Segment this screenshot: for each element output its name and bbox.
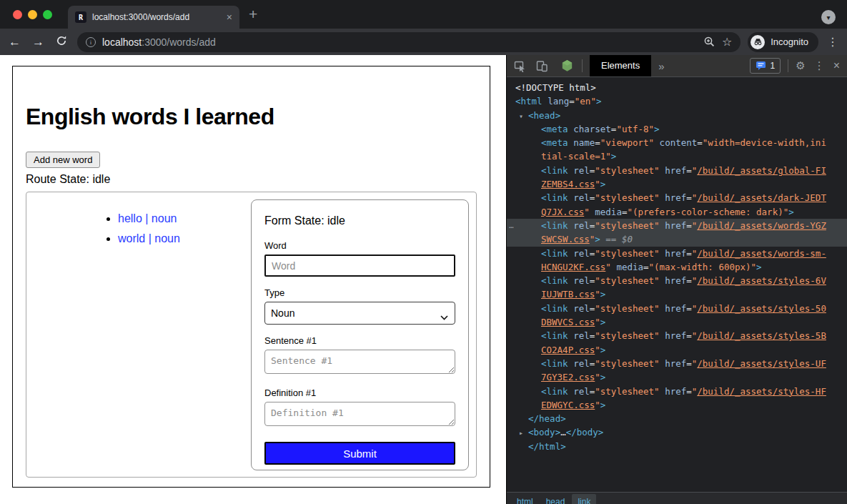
url-path: :3000/words/add [142,36,216,48]
code-token [660,192,665,203]
collapse-arrow-icon[interactable]: ▾ [519,109,523,123]
code-line[interactable]: <link rel="stylesheet" href="/build/_ass… [507,357,847,370]
new-tab-button[interactable]: + [249,6,257,23]
tab-close-icon[interactable]: × [227,12,232,22]
code-line[interactable]: IUJWTB.css"> [507,287,847,301]
browser-topbar: R localhost:3000/words/add × + ▾ [0,0,847,29]
type-select[interactable]: Noun [264,302,455,325]
code-line[interactable]: tial-scale=1"> [507,149,847,163]
breadcrumb-link[interactable]: link [572,494,596,504]
word-link[interactable]: hello | noun [118,212,177,224]
code-token: href [665,330,686,341]
code-line[interactable]: </html> [507,440,847,453]
code-token: name [573,137,595,148]
breadcrumb-html[interactable]: html [511,494,539,504]
devtools-close-icon[interactable]: × [833,59,840,72]
forward-button[interactable]: → [32,36,44,48]
code-token: "width=device-width,ini [703,137,826,148]
definition-label: Definition #1 [264,387,455,398]
reload-button[interactable] [56,35,67,49]
code-token: media [595,207,622,217]
sentence-textarea[interactable] [264,350,455,374]
code-line[interactable]: HCNGU2KF.css" media="(max-width: 600px)"… [507,260,847,274]
word-link[interactable]: world | noun [118,232,180,244]
back-button[interactable]: ← [9,36,21,48]
breadcrumb-head[interactable]: head [540,494,571,504]
code-line[interactable]: 7GY3E2.css"> [507,370,847,384]
code-token: rel [573,165,590,176]
code-line[interactable]: EDWGYC.css"> [507,398,847,412]
main-area: English words I learned Add new word Rou… [0,55,847,504]
page-info-icon[interactable]: i [86,37,96,47]
code-token: = [686,275,692,286]
code-token: href [665,165,686,176]
expand-arrow-icon[interactable]: ▸ [519,426,523,440]
address-bar[interactable]: i localhost:3000/words/add ☆ [77,32,740,52]
extension-icon[interactable] [561,59,573,72]
incognito-badge: Incognito [748,32,818,52]
code-line[interactable]: <!DOCTYPE html> [507,81,847,94]
code-token: href [665,303,686,314]
code-line[interactable]: <link rel="stylesheet" href="/build/_ass… [507,191,847,204]
reload-icon [56,35,67,46]
code-line[interactable]: DBWVCS.css"> [507,315,847,329]
settings-gear-icon[interactable]: ⚙ [796,59,805,72]
code-token: "stylesheet" [595,275,659,286]
devtools-menu-kebab-icon[interactable]: ⋮ [814,59,825,72]
code-token: > [600,400,606,410]
code-token: 7GY3E2.css [541,372,595,382]
device-toolbar-button[interactable] [536,60,548,72]
code-line[interactable]: …<link rel="stylesheet" href="/build/_as… [507,219,847,232]
code-line[interactable]: ▾<head> [507,109,847,122]
browser-tab[interactable]: R localhost:3000/words/add × [68,6,239,29]
tab-title: localhost:3000/words/add [92,12,221,22]
code-line[interactable]: Q7JX.css" media="(prefers-color-scheme: … [507,205,847,219]
window-close-button[interactable] [13,10,22,19]
word-input[interactable] [264,255,455,277]
code-token: "stylesheet" [595,192,659,203]
code-line[interactable]: </head> [507,412,847,425]
code-line[interactable]: <meta name="viewport" content="width=dev… [507,136,847,149]
code-line[interactable]: <meta charset="utf-8"> [507,122,847,136]
sentence-label: Sentence #1 [264,335,455,346]
window-minimize-button[interactable] [28,10,37,19]
browser-window: { "browser": { "tab_title": "localhost:3… [0,0,847,504]
code-line[interactable]: <link rel="stylesheet" href="/build/_ass… [507,329,847,342]
code-line[interactable]: <html lang="en"> [507,94,847,108]
node-options-dots[interactable]: … [509,219,515,232]
code-line[interactable]: <link rel="stylesheet" href="/build/_ass… [507,385,847,398]
word-label: Word [264,240,455,251]
code-token: ZEMBS4.css [541,179,595,189]
definition-textarea[interactable] [264,402,455,426]
browser-menu-kebab-icon[interactable]: ⋮ [827,35,838,49]
add-new-word-button[interactable]: Add new word [26,152,100,168]
code-line[interactable]: CO2A4P.css"> [507,343,847,357]
code-token: = [686,165,692,176]
code-line[interactable]: <link rel="stylesheet" href="/build/_ass… [507,164,847,177]
submit-button[interactable]: Submit [264,442,455,465]
code-line[interactable]: <link rel="stylesheet" href="/build/_ass… [507,302,847,315]
code-token [660,386,665,397]
code-line[interactable]: SWCSW.css"> == $0 [507,232,847,246]
code-token: <body> [528,427,560,438]
window-zoom-button[interactable] [43,10,52,19]
code-token: /build/_assets/dark-JEDT [697,192,826,203]
code-token: <html [515,96,543,107]
code-token [660,275,665,286]
code-token: > [600,345,606,355]
code-token: > [595,234,600,244]
more-tabs-button[interactable]: » [658,60,664,72]
code-line[interactable]: ZEMBS4.css"> [507,177,847,191]
tab-elements[interactable]: Elements [590,55,651,76]
incognito-label: Incognito [771,36,808,47]
tab-search-chevron-icon[interactable]: ▾ [821,10,836,24]
bookmark-star-icon[interactable]: ☆ [722,35,732,49]
url-host: localhost [102,36,142,48]
code-line[interactable]: ▸<body>…</body> [507,425,847,439]
code-line[interactable]: <link rel="stylesheet" href="/build/_ass… [507,247,847,260]
code-line[interactable]: <link rel="stylesheet" href="/build/_ass… [507,274,847,287]
issues-counter[interactable]: 1 [750,58,781,74]
zoom-icon[interactable] [703,36,715,48]
inspect-element-button[interactable] [514,60,526,72]
code-token: href [665,386,686,397]
